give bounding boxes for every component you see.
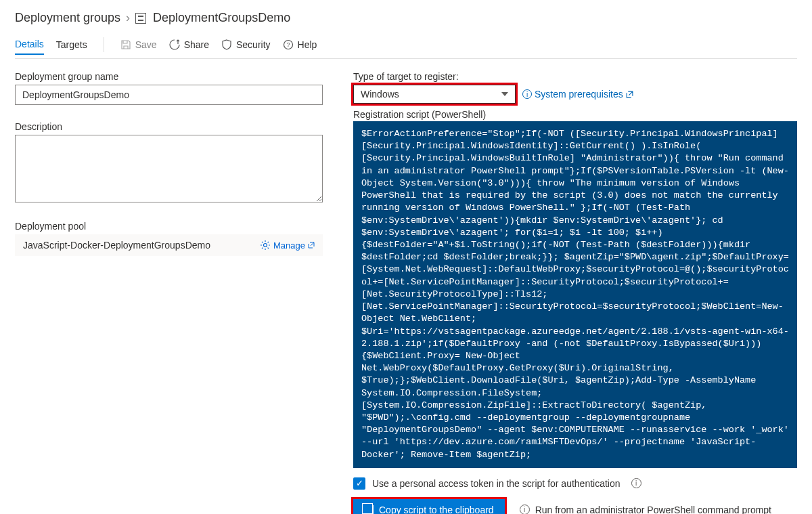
svg-point-2 — [264, 244, 267, 247]
share-icon — [169, 39, 180, 50]
description-label: Description — [15, 121, 326, 132]
toolbar: Details Targets Save Share Security ? He… — [15, 35, 797, 59]
shield-icon — [221, 39, 232, 50]
manage-label: Manage — [273, 240, 305, 251]
external-link-icon — [626, 91, 633, 98]
pool-label: Deployment pool — [15, 221, 326, 232]
page-title: DeploymentGroupsDemo — [153, 11, 290, 25]
save-icon — [120, 39, 131, 50]
save-button[interactable]: Save — [120, 39, 157, 50]
admin-note-text: Run from an administrator PowerShell com… — [535, 505, 771, 514]
chevron-down-icon — [501, 92, 508, 96]
name-label: Deployment group name — [15, 71, 326, 82]
breadcrumb: Deployment groups › DeploymentGroupsDemo — [15, 11, 797, 25]
script-label: Registration script (PowerShell) — [353, 109, 797, 120]
admin-note: i Run from an administrator PowerShell c… — [516, 505, 771, 514]
pat-checkbox[interactable]: ✓ — [353, 477, 365, 490]
info-icon[interactable]: i — [631, 478, 641, 488]
help-label: Help — [298, 39, 317, 50]
copy-icon — [364, 505, 374, 514]
toolbar-divider — [104, 37, 104, 52]
help-button[interactable]: ? Help — [283, 39, 317, 50]
copy-script-button[interactable]: Copy script to the clipboard — [353, 499, 505, 514]
manage-link[interactable]: Manage — [260, 240, 315, 251]
share-label: Share — [184, 39, 209, 50]
gear-icon — [260, 240, 271, 251]
script-box[interactable]: $ErrorActionPreference="Stop";If(-NOT ([… — [353, 121, 797, 468]
name-input[interactable] — [15, 85, 323, 105]
breadcrumb-parent[interactable]: Deployment groups — [15, 11, 120, 25]
description-input[interactable] — [15, 135, 323, 202]
copy-label: Copy script to the clipboard — [379, 505, 494, 514]
info-icon: i — [522, 89, 532, 99]
target-type-value: Windows — [361, 89, 399, 100]
help-icon: ? — [283, 39, 294, 50]
info-icon: i — [520, 505, 530, 514]
prerequisites-link[interactable]: i System prerequisites — [522, 89, 633, 100]
group-icon — [135, 13, 146, 24]
tab-targets[interactable]: Targets — [56, 35, 87, 54]
security-label: Security — [236, 39, 271, 50]
target-type-select[interactable]: Windows — [353, 85, 516, 104]
svg-text:?: ? — [286, 41, 290, 48]
pat-label: Use a personal access token in the scrip… — [372, 478, 621, 489]
chevron-right-icon: › — [126, 11, 130, 25]
external-link-icon — [308, 242, 315, 249]
share-button[interactable]: Share — [169, 39, 209, 50]
pool-value: JavaScript-Docker-DeploymentGroupsDemo — [23, 240, 210, 251]
type-label: Type of target to register: — [353, 71, 797, 82]
tab-details[interactable]: Details — [15, 35, 44, 55]
save-label: Save — [135, 39, 157, 50]
security-button[interactable]: Security — [221, 39, 271, 50]
prerequisites-label: System prerequisites — [535, 89, 623, 100]
